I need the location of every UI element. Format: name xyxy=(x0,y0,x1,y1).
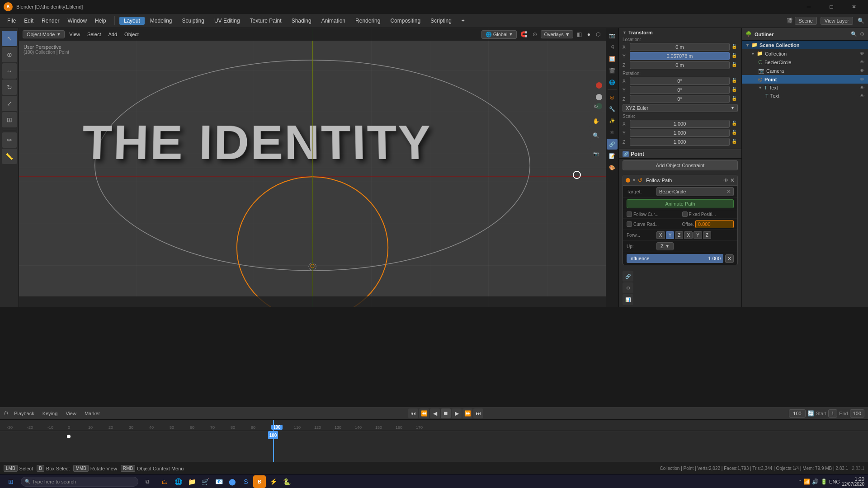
scene-search-icon[interactable]: 🔍 xyxy=(851,31,857,37)
forward-x-btn[interactable]: X xyxy=(656,231,665,239)
menu-render[interactable]: Render xyxy=(38,17,63,25)
bezier-eye-icon[interactable]: 👁 xyxy=(860,60,864,65)
props-physics-icon[interactable]: ⚛ xyxy=(607,127,618,138)
viewport-snap-btn[interactable]: 🧲 xyxy=(519,30,529,38)
viewport-menu-object[interactable]: Object xyxy=(122,31,142,38)
rotation-mode-selector[interactable]: XYZ Euler ▼ xyxy=(623,104,738,112)
loop-icon[interactable]: 🔄 xyxy=(807,410,814,417)
transform-header[interactable]: ▼ Transform xyxy=(623,30,738,35)
taskbar-store[interactable]: 🛒 xyxy=(199,475,212,488)
rotation-x[interactable]: 0° xyxy=(630,77,730,85)
props-object-data-icon[interactable]: 📝 xyxy=(607,150,618,161)
play-btn[interactable]: ▶ xyxy=(452,408,462,418)
tool-annotate[interactable]: ✏ xyxy=(2,132,17,148)
location-y-lock[interactable]: 🔓 xyxy=(731,53,738,59)
tray-lang[interactable]: ENG xyxy=(829,479,840,484)
props-particles-icon[interactable]: ✨ xyxy=(607,115,618,126)
start-button[interactable]: ⊞ xyxy=(4,475,18,488)
forward-neg-x-btn[interactable]: X xyxy=(684,231,693,239)
fixed-position-checkbox[interactable] xyxy=(682,211,688,217)
outliner-scene-collection[interactable]: ▼ 📁 Scene Collection xyxy=(742,41,868,49)
follow-curve-checkbox[interactable] xyxy=(627,211,632,217)
viewport-menu-select[interactable]: Select xyxy=(85,31,104,38)
viewport-menu-view[interactable]: View xyxy=(66,31,83,38)
viewport-wireframe-btn[interactable]: ⬡ xyxy=(594,30,602,38)
tab-compositing[interactable]: Compositing xyxy=(386,17,425,25)
tool-rotate[interactable]: ↻ xyxy=(2,80,17,95)
timeline-playback-btn[interactable]: Playback xyxy=(11,410,37,417)
location-z[interactable]: 0 m xyxy=(630,61,730,69)
taskbar-blender[interactable]: B xyxy=(253,475,266,488)
point-eye-icon[interactable]: 👁 xyxy=(860,77,864,82)
tab-rendering[interactable]: Rendering xyxy=(351,17,385,25)
props-material-icon[interactable]: 🎨 xyxy=(607,162,618,173)
current-frame-display[interactable]: 100 xyxy=(789,409,805,418)
playhead-marker[interactable]: 100 xyxy=(268,431,278,439)
scale-y[interactable]: 1.000 xyxy=(630,129,730,137)
location-x[interactable]: 0 m xyxy=(630,43,730,51)
props-world-icon[interactable]: 🌐 xyxy=(607,77,618,88)
tab-sculpting[interactable]: Sculpting xyxy=(178,17,209,25)
tray-volume[interactable]: 🔊 xyxy=(812,479,819,485)
text-child-eye-icon[interactable]: 👁 xyxy=(860,94,864,99)
blender-logo[interactable]: B xyxy=(4,2,13,11)
tool-scale[interactable]: ⤢ xyxy=(2,96,17,111)
taskbar-python[interactable]: 🐍 xyxy=(280,475,293,488)
tab-shading[interactable]: Shading xyxy=(287,17,316,25)
text-eye-icon[interactable]: 👁 xyxy=(860,85,864,90)
props-icon-1[interactable]: 🔗 xyxy=(623,271,633,282)
target-clear-btn[interactable]: ✕ xyxy=(726,188,731,195)
outliner-text-child[interactable]: T Text 👁 xyxy=(742,92,868,100)
start-frame-input[interactable]: 1 xyxy=(828,409,837,418)
tab-layout[interactable]: Layout xyxy=(119,17,145,25)
camera-eye-icon[interactable]: 👁 xyxy=(860,68,864,73)
minimize-button[interactable]: ─ xyxy=(798,0,819,14)
viewport-xray-btn[interactable]: ◧ xyxy=(575,30,584,38)
props-constraints-icon[interactable]: 🔗 xyxy=(607,139,618,150)
collection-eye-icon[interactable]: 👁 xyxy=(860,51,864,56)
location-z-lock[interactable]: 🔓 xyxy=(731,62,738,68)
nav-rotate-icon[interactable]: ↻ xyxy=(590,100,602,113)
step-back-btn[interactable]: ⏪ xyxy=(419,408,429,418)
menu-help[interactable]: Help xyxy=(91,17,110,25)
tab-uv-editing[interactable]: UV Editing xyxy=(210,17,245,25)
taskbar-mail[interactable]: 📧 xyxy=(212,475,225,488)
taskbar-vscode[interactable]: ⚡ xyxy=(267,475,279,488)
influence-bar[interactable]: Influence 1.000 xyxy=(627,254,723,263)
nav-camera-icon[interactable]: 📷 xyxy=(590,147,602,160)
forward-neg-z-btn[interactable]: Z xyxy=(703,231,711,239)
tool-transform[interactable]: ⊞ xyxy=(2,112,17,127)
outliner-camera[interactable]: 📷 Camera 👁 xyxy=(742,66,868,75)
location-x-lock[interactable]: 🔓 xyxy=(731,44,738,50)
props-scene-icon[interactable]: 🎬 xyxy=(607,65,618,76)
scale-x[interactable]: 1.000 xyxy=(630,120,730,128)
viewport-overlay-btn[interactable]: Overlays ▼ xyxy=(541,30,573,38)
system-tray-expand[interactable]: ⌃ xyxy=(798,479,802,484)
rotation-y-lock[interactable]: 🔓 xyxy=(731,87,738,93)
jump-end-btn[interactable]: ⏭ xyxy=(473,408,483,418)
timeline-marker-btn[interactable]: Marker xyxy=(82,410,103,417)
animate-path-button[interactable]: Animate Path xyxy=(627,199,734,208)
props-modifier-icon[interactable]: 🔧 xyxy=(607,103,618,114)
props-icon-2[interactable]: ⚙ xyxy=(623,282,633,293)
menu-edit[interactable]: Edit xyxy=(20,17,37,25)
jump-start-btn[interactable]: ⏮ xyxy=(408,408,418,418)
maximize-button[interactable]: □ xyxy=(821,0,842,14)
nav-pan-icon[interactable]: ✋ xyxy=(590,115,602,127)
props-render-icon[interactable]: 📷 xyxy=(607,30,618,41)
viewport-proportional-btn[interactable]: ⊙ xyxy=(531,30,539,38)
location-y[interactable]: 0.057078 m xyxy=(630,52,730,60)
tool-move[interactable]: ↔ xyxy=(2,63,17,79)
task-view-btn[interactable]: ⧉ xyxy=(141,475,154,488)
timeline-view-btn[interactable]: View xyxy=(63,410,79,417)
rotation-x-lock[interactable]: 🔓 xyxy=(731,78,738,84)
rotation-z-lock[interactable]: 🔓 xyxy=(731,96,738,102)
tab-modeling[interactable]: Modeling xyxy=(146,17,177,25)
timeline-keying-btn[interactable]: Keying xyxy=(40,410,61,417)
forward-y-btn[interactable]: Y xyxy=(666,231,675,239)
scale-x-lock[interactable]: 🔓 xyxy=(731,121,738,127)
object-mode-dropdown[interactable]: Object Mode ▼ xyxy=(23,30,65,38)
add-workspace-button[interactable]: + xyxy=(457,17,469,25)
view-layer-selector[interactable]: View Layer xyxy=(821,17,853,25)
taskbar-chrome[interactable]: ⬤ xyxy=(226,475,239,488)
